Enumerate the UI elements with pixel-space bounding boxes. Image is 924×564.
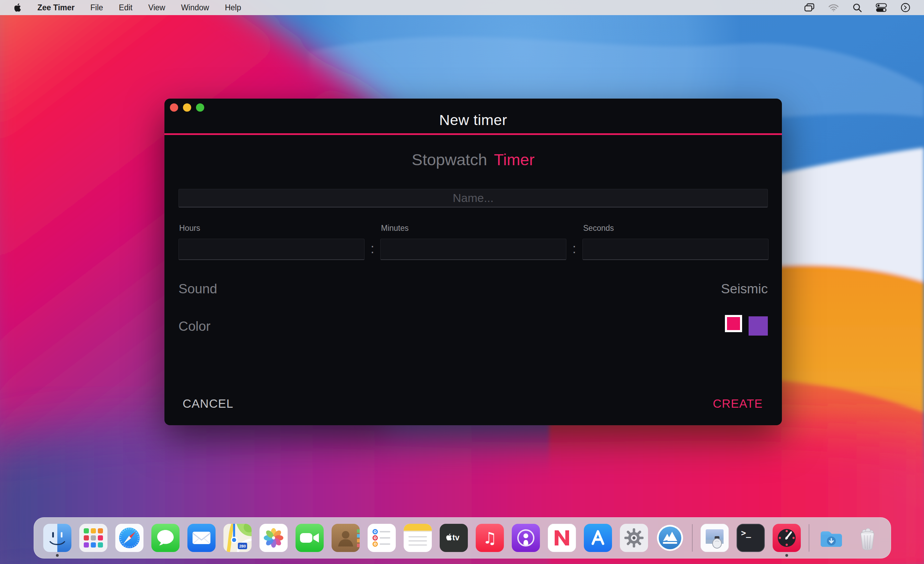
cancel-button[interactable]: CANCEL <box>183 397 233 411</box>
search-icon[interactable] <box>853 3 862 12</box>
terminal-prompt-glyph: >_ <box>741 528 751 538</box>
new-timer-window: New timer Stopwatch Timer Hours Minutes … <box>164 99 782 425</box>
dock-mail-icon[interactable] <box>188 524 216 552</box>
mode-tabs: Stopwatch Timer <box>164 150 782 169</box>
dock-launchpad-icon[interactable] <box>79 524 107 552</box>
dock-tv-icon[interactable]: tv <box>440 524 468 552</box>
dock-app-cleaner-icon[interactable] <box>656 524 684 552</box>
dock-messages-icon[interactable] <box>152 524 180 552</box>
dock-system-preferences-icon[interactable] <box>620 524 648 552</box>
dock-reminders-icon[interactable] <box>368 524 396 552</box>
tab-stopwatch[interactable]: Stopwatch <box>412 150 487 169</box>
dock-downloads-folder-icon[interactable] <box>817 524 845 552</box>
dock-podcasts-icon[interactable] <box>512 524 540 552</box>
menubar-app-name[interactable]: Zee Timer <box>38 3 75 12</box>
menubar-item-window[interactable]: Window <box>181 3 209 12</box>
dock-finder-icon[interactable] <box>43 524 71 552</box>
menubar-item-view[interactable]: View <box>148 3 165 12</box>
create-button[interactable]: CREATE <box>713 397 763 411</box>
menubar-item-edit[interactable]: Edit <box>119 3 132 12</box>
control-center-icon[interactable] <box>876 3 887 12</box>
minimize-button[interactable] <box>183 104 191 111</box>
timer-name-input[interactable] <box>178 189 768 208</box>
apple-menu-icon[interactable] <box>14 3 22 12</box>
chevron-circle-icon[interactable] <box>901 3 910 12</box>
hours-input[interactable] <box>178 239 364 260</box>
zoom-button[interactable] <box>196 104 204 111</box>
window-title-bar[interactable]: New timer <box>164 99 782 135</box>
dock-divider <box>808 524 809 552</box>
color-label: Color <box>178 319 210 334</box>
minutes-input[interactable] <box>380 239 566 260</box>
sound-value[interactable]: Seismic <box>721 281 768 296</box>
dock-contacts-icon[interactable] <box>332 524 360 552</box>
dock-photos-icon[interactable] <box>260 524 288 552</box>
dock-music-icon[interactable]: ♫ <box>476 524 504 552</box>
dock-zee-timer-icon[interactable] <box>772 524 801 552</box>
windows-icon[interactable] <box>804 3 814 12</box>
minutes-label: Minutes <box>381 224 409 233</box>
maps-badge-label: 280 <box>239 544 246 548</box>
dock-safari-icon[interactable] <box>116 524 144 552</box>
seconds-label: Seconds <box>583 224 614 233</box>
menubar-item-file[interactable]: File <box>90 3 103 12</box>
dock-trash-icon[interactable] <box>853 524 882 552</box>
wifi-icon[interactable] <box>828 4 839 12</box>
tab-timer[interactable]: Timer <box>494 150 534 169</box>
color-swatch-purple[interactable] <box>748 316 768 335</box>
tv-label: tv <box>452 533 460 542</box>
dock-maps-icon[interactable]: 280 <box>224 524 252 552</box>
dock-app-store-icon[interactable] <box>584 524 612 552</box>
music-note-glyph: ♫ <box>483 529 496 547</box>
dock: 280 <box>34 517 891 558</box>
window-title: New timer <box>164 111 782 128</box>
dock-terminal-icon[interactable]: >_ <box>736 524 765 552</box>
sound-label: Sound <box>178 281 217 296</box>
dock-facetime-icon[interactable] <box>296 524 324 552</box>
menubar-item-help[interactable]: Help <box>225 3 241 12</box>
dock-news-icon[interactable] <box>548 524 576 552</box>
hours-label: Hours <box>179 224 200 233</box>
color-swatch-pink-selected[interactable] <box>725 315 742 332</box>
seconds-input[interactable] <box>582 239 768 260</box>
time-separator: : <box>570 241 578 256</box>
dock-preview-icon[interactable] <box>700 524 729 552</box>
time-separator: : <box>368 241 376 256</box>
dock-divider <box>692 524 693 552</box>
close-button[interactable] <box>170 104 178 111</box>
menu-bar: Zee Timer File Edit View Window Help <box>0 0 924 15</box>
dock-notes-icon[interactable] <box>404 524 432 552</box>
